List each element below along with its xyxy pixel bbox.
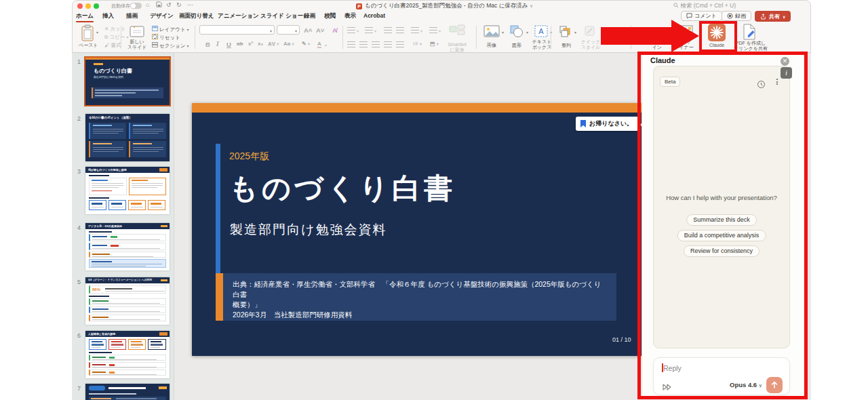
slide-number: 7 — [77, 385, 81, 392]
tab-view[interactable]: 表示 — [344, 12, 356, 20]
annotation-claude-button-highlight — [699, 21, 737, 52]
highlight-icon[interactable]: ✎ ▾ — [302, 41, 310, 47]
shapes-label[interactable]: 図形 — [508, 43, 526, 48]
tab-home[interactable]: ホーム — [76, 12, 94, 20]
strikethrough-icon[interactable]: ab — [237, 41, 243, 47]
outdent-icon[interactable] — [384, 27, 392, 33]
bold-icon[interactable]: B — [205, 41, 210, 48]
text-direction-icon[interactable]: ⬒ ▾ — [430, 41, 439, 47]
save-icon[interactable] — [156, 1, 162, 9]
slide-subtitle[interactable]: 製造部門向け勉強会資料 — [230, 221, 387, 239]
more-icon[interactable]: ⋯ — [187, 1, 194, 8]
tab-animations[interactable]: アニメーション — [218, 12, 259, 20]
titlebar: 自動保存 ⌂ ↺ ↻ ⋯ Pものづくり白書2025_製造部門勉強会 - 自分の … — [72, 0, 811, 11]
change-case-icon[interactable]: Aa ▾ — [283, 41, 294, 47]
section-button[interactable]: セクション ▾ — [152, 42, 189, 49]
textbox-label[interactable]: テキストボックス — [532, 39, 552, 49]
tab-design[interactable]: デザイン — [150, 12, 174, 20]
format-painter-button[interactable]: 🖌 書式 — [104, 42, 121, 49]
font-size-select[interactable]: ▾ — [277, 25, 300, 35]
arrange-label[interactable]: 整列 — [557, 43, 575, 48]
record-button[interactable]: 録画 — [722, 11, 751, 21]
tab-acrobat[interactable]: Acrobat — [363, 12, 385, 19]
ribbon-tab-row: ホーム 挿入 描画 デザイン 画面切り替え アニメーション スライド ショー 録… — [72, 11, 811, 22]
line-spacing-icon[interactable] — [411, 27, 419, 33]
redo-icon[interactable]: ↻ — [176, 1, 182, 8]
tab-draw[interactable]: 描画 — [126, 12, 138, 20]
char-spacing-icon[interactable]: A̲V̲ ▾ — [268, 41, 279, 47]
justify-icon[interactable] — [384, 41, 392, 47]
home-icon[interactable]: ⌂ — [146, 1, 149, 8]
picture-label[interactable]: 画像 — [483, 43, 500, 48]
slide-left-accent-bar — [216, 144, 220, 273]
picture-icon[interactable] — [484, 25, 500, 40]
font-family-select[interactable]: ▾ — [199, 25, 275, 35]
slide-thumbnail-5[interactable]: GX（グリーン・トランスフォーメーション）への対応 86% — [85, 277, 170, 325]
subscript-icon[interactable]: x₂ — [258, 41, 263, 47]
indent-icon[interactable] — [396, 27, 404, 33]
tab-transitions[interactable]: 画面切り替え — [179, 12, 214, 20]
copy-button[interactable]: ⧉ コピー ▾ — [104, 34, 128, 41]
tab-insert[interactable]: 挿入 — [102, 12, 114, 20]
maximize-window-button[interactable] — [94, 3, 99, 9]
pdf-button[interactable]: PDF を作成してリンクを共有 — [734, 41, 768, 51]
slide-thumbnail-4[interactable]: デジタル化・DXの進展状況 — [85, 223, 170, 271]
vertical-align-icon[interactable]: ↕≡ ▾ — [412, 41, 422, 47]
numbering-icon[interactable] — [365, 27, 373, 33]
distribute-icon[interactable] — [396, 41, 404, 47]
slide-year-tag[interactable]: 2025年版 — [229, 151, 269, 163]
shapes-icon[interactable] — [509, 24, 524, 41]
undo-icon[interactable]: ↺ — [166, 1, 172, 8]
pdf-icon[interactable] — [742, 24, 757, 43]
autosave-toggle[interactable] — [130, 3, 142, 9]
underline-icon[interactable]: U — [226, 41, 231, 48]
slide-thumbnail-1[interactable]: ものづくり白書 製造部門向け勉強会資料 — [85, 58, 170, 105]
new-slide-button[interactable]: 新しいスライド — [126, 39, 148, 49]
align-left-icon[interactable] — [347, 41, 355, 47]
slide-number: 3 — [77, 168, 81, 175]
slide-number: 2 — [77, 115, 81, 122]
tab-record[interactable]: 録画 — [304, 12, 315, 20]
paste-label[interactable]: ペースト — [79, 43, 98, 48]
tab-slideshow[interactable]: スライド ショー — [260, 12, 303, 20]
superscript-icon[interactable]: x² — [248, 41, 253, 47]
close-window-button[interactable] — [77, 3, 83, 9]
designer-label[interactable]: デザイナー — [675, 39, 697, 49]
align-center-icon[interactable] — [359, 41, 368, 47]
increase-font-icon[interactable]: A˄ — [304, 26, 312, 34]
reset-button[interactable]: リセット — [152, 34, 180, 41]
tab-review[interactable]: 校閲 — [324, 12, 336, 20]
columns-icon[interactable] — [429, 27, 437, 33]
font-color-icon[interactable]: A — [317, 41, 321, 48]
textbox-icon[interactable]: A — [534, 25, 548, 40]
minimize-window-button[interactable] — [85, 3, 91, 9]
cut-button[interactable]: ✕ カット — [104, 26, 125, 33]
designer-icon[interactable] — [679, 25, 693, 39]
quick-styles-icon[interactable] — [583, 24, 597, 41]
slide-top-accent-bar — [192, 103, 642, 113]
slide-thumbnail-7[interactable] — [85, 384, 170, 400]
slide-thumbnail-3[interactable]: 我が国ものづくりの現状と課題 — [85, 167, 170, 214]
slide-page-indicator: 01 / 10 — [612, 336, 631, 343]
slide-title[interactable]: ものづくり白書 — [229, 169, 456, 207]
clear-format-icon[interactable]: A̸ — [332, 26, 337, 34]
share-button[interactable]: 共有 ∨ — [755, 11, 791, 22]
align-right-icon[interactable] — [372, 41, 380, 47]
layout-button[interactable]: レイアウト ▾ — [152, 26, 189, 33]
annotation-panel-highlight — [637, 52, 808, 399]
italic-icon[interactable]: I — [216, 41, 219, 47]
smartart-icon[interactable] — [449, 24, 465, 38]
search-field[interactable]: 検索 (Cmd + Ctrl + U) — [673, 2, 736, 10]
addins-label[interactable]: アドイン — [647, 39, 667, 49]
slide-thumbnail-2[interactable]: 今回の白書のポイント（速報） — [85, 114, 170, 161]
arrange-icon[interactable] — [559, 25, 572, 40]
slide-thumbnail-6[interactable]: 人材確保と育成の課題 — [85, 331, 170, 378]
paste-icon[interactable] — [80, 24, 95, 45]
slide-canvas[interactable]: 2025年版 ものづくり白書 製造部門向け勉強会資料 出典：経済産業省・厚生労働… — [192, 103, 642, 356]
comments-button[interactable]: コメント — [681, 11, 722, 21]
smartart-label[interactable]: SmartArtに変換 — [445, 42, 469, 52]
bullets-icon[interactable] — [347, 27, 355, 33]
decrease-font-icon[interactable]: A˅ — [316, 26, 324, 34]
quick-styles-label[interactable]: クイックスタイル — [580, 39, 601, 49]
slide-source-box[interactable]: 出典：経済産業省・厚生労働省・文部科学省 「令和６年度 ものづくり基盤技術の振興… — [216, 273, 616, 321]
